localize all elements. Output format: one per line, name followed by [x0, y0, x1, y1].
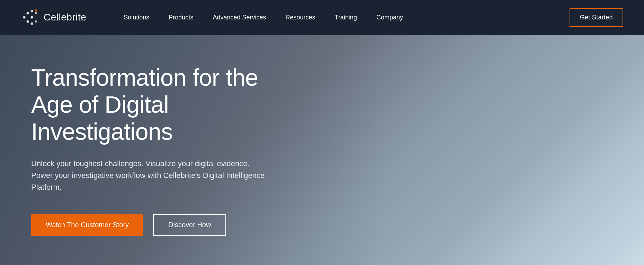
nav-link-resources[interactable]: Resources	[276, 14, 325, 21]
nav-link-advanced-services[interactable]: Advanced Services	[203, 14, 276, 21]
nav-links: Solutions Products Advanced Services Res…	[114, 14, 569, 21]
nav-link-company[interactable]: Company	[367, 14, 413, 21]
svg-point-3	[31, 10, 33, 12]
brand-name: Cellebrite	[44, 12, 86, 23]
get-started-button[interactable]: Get Started	[570, 8, 623, 27]
logo-area[interactable]: Cellebrite	[21, 8, 86, 26]
navbar: Cellebrite Solutions Products Advanced S…	[0, 0, 644, 35]
svg-point-0	[23, 16, 26, 19]
watch-customer-story-button[interactable]: Watch The Customer Story	[31, 214, 143, 236]
svg-point-6	[35, 12, 37, 14]
hero-subtitle: Unlock your toughest challenges. Visuali…	[31, 158, 267, 193]
svg-point-4	[31, 16, 33, 19]
hero-content: Transformation for the Age of Digital In…	[31, 64, 294, 236]
svg-point-1	[27, 12, 29, 15]
discover-how-button[interactable]: Discover How	[153, 214, 226, 236]
cellebrite-logo-icon	[21, 8, 39, 26]
svg-point-7	[35, 20, 37, 23]
hero-buttons: Watch The Customer Story Discover How	[31, 214, 294, 236]
nav-link-solutions[interactable]: Solutions	[114, 14, 159, 21]
nav-link-training[interactable]: Training	[325, 14, 367, 21]
svg-point-5	[31, 23, 33, 25]
nav-link-products[interactable]: Products	[159, 14, 203, 21]
svg-rect-10	[35, 10, 37, 11]
hero-section: Transformation for the Age of Digital In…	[0, 35, 644, 265]
hero-title: Transformation for the Age of Digital In…	[31, 64, 294, 145]
svg-point-2	[27, 20, 29, 23]
